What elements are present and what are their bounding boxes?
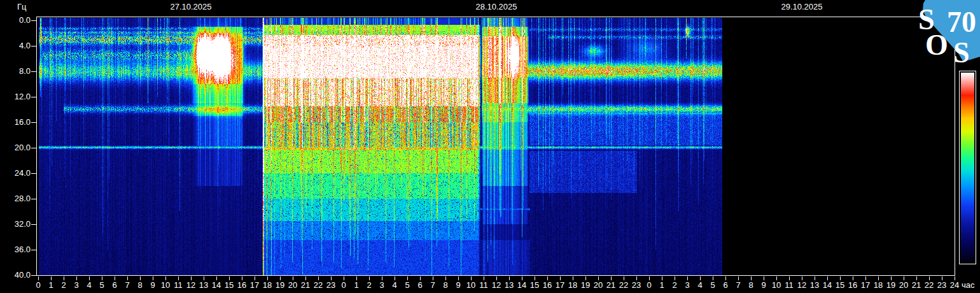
- hour-label: 3: [685, 281, 689, 290]
- hour-label: 18: [568, 281, 577, 290]
- hour-label: 4: [392, 281, 396, 290]
- y-tick-label: 36.0: [8, 245, 31, 254]
- hour-label: 16: [848, 281, 857, 290]
- y-tick: [31, 148, 36, 148]
- hour-label: 1: [354, 281, 358, 290]
- hour-label: 14: [212, 281, 221, 290]
- spectrogram-page: Гц 0.04.08.012.016.020.024.028.032.036.0…: [0, 0, 980, 293]
- hour-label: 11: [785, 281, 794, 290]
- y-tick: [31, 199, 36, 199]
- hour-label: 3: [379, 281, 384, 290]
- hour-label: 15: [530, 281, 539, 290]
- hour-label: 2: [672, 281, 676, 290]
- y-tick: [31, 275, 36, 276]
- hour-label: 11: [174, 281, 183, 290]
- hour-label: 9: [150, 281, 155, 290]
- hour-label: 20: [899, 281, 908, 290]
- y-axis-unit-label: Гц: [17, 3, 27, 11]
- hour-label: 15: [836, 281, 844, 290]
- hour-label: 13: [199, 281, 208, 290]
- hour-label: 11: [479, 281, 488, 290]
- y-tick: [31, 97, 36, 97]
- hour-label: 24: [950, 281, 959, 290]
- hour-label: 10: [772, 281, 781, 290]
- date-label: 28.10.2025: [475, 3, 517, 11]
- logo-letter-s2: S: [953, 36, 970, 64]
- hour-label: 19: [886, 281, 895, 290]
- hour-label: 10: [161, 281, 170, 290]
- hour-label: 18: [263, 281, 272, 290]
- hour-label: 6: [723, 281, 727, 290]
- hour-label: 1: [48, 281, 53, 290]
- hour-label: 10: [466, 281, 475, 290]
- logo-letter-o: O: [925, 29, 948, 61]
- hour-label: 23: [937, 281, 946, 290]
- hour-label: 2: [61, 281, 66, 290]
- hour-label: 9: [456, 281, 460, 290]
- hour-label: 14: [823, 281, 832, 290]
- hour-label: 7: [125, 281, 129, 290]
- y-tick-label: 12.0: [8, 92, 31, 101]
- hour-label: 19: [581, 281, 590, 290]
- y-tick-label: 0.0: [8, 16, 31, 25]
- hour-label: 19: [276, 281, 284, 290]
- hour-label: 23: [632, 281, 641, 290]
- y-tick: [31, 20, 36, 21]
- hour-label: 0: [36, 281, 40, 290]
- y-tick: [31, 122, 36, 123]
- hour-label: 0: [647, 281, 651, 290]
- sos70-logo: S 70 O S: [916, 0, 980, 64]
- hour-label: 13: [810, 281, 819, 290]
- y-tick: [31, 71, 36, 72]
- colorbar-canvas: [961, 73, 974, 262]
- y-tick-label: 28.0: [8, 194, 31, 203]
- y-tick: [31, 250, 36, 250]
- hour-label: 12: [186, 281, 195, 290]
- hour-label: 8: [748, 281, 753, 290]
- logo-number-70: 70: [947, 6, 976, 38]
- hour-label: 21: [606, 281, 615, 290]
- hour-label: 9: [761, 281, 766, 290]
- hour-label: 5: [405, 281, 409, 290]
- y-tick-label: 24.0: [8, 169, 31, 178]
- hour-label: 22: [619, 281, 628, 290]
- hour-label: 17: [556, 281, 564, 290]
- y-tick-label: 40.0: [8, 271, 31, 280]
- hour-label: 7: [736, 281, 740, 290]
- y-tick-label: 16.0: [8, 118, 31, 127]
- y-tick-label: 20.0: [8, 143, 31, 152]
- hour-label: 21: [912, 281, 921, 290]
- hour-label: 0: [341, 281, 346, 290]
- hour-label: 16: [543, 281, 552, 290]
- hour-label: 14: [517, 281, 526, 290]
- hour-label: 12: [797, 281, 806, 290]
- hour-label: 8: [443, 281, 447, 290]
- hour-label: 3: [74, 281, 78, 290]
- y-tick: [31, 224, 36, 225]
- x-axis-unit-label: час: [962, 281, 975, 290]
- hour-label: 6: [417, 281, 422, 290]
- hour-label: 23: [326, 281, 335, 290]
- y-tick: [31, 173, 36, 174]
- date-label: 27.10.2025: [170, 3, 211, 11]
- hour-label: 13: [505, 281, 514, 290]
- y-tick: [31, 46, 36, 46]
- date-label: 29.10.2025: [781, 3, 822, 11]
- hour-label: 2: [367, 281, 371, 290]
- hour-label: 21: [301, 281, 310, 290]
- y-tick-label: 32.0: [8, 220, 31, 229]
- hour-label: 17: [250, 281, 259, 290]
- hour-label: 12: [492, 281, 501, 290]
- hour-label: 20: [288, 281, 297, 290]
- hour-label: 4: [697, 281, 702, 290]
- y-tick-label: 4.0: [8, 41, 31, 50]
- hour-label: 22: [925, 281, 934, 290]
- hour-label: 5: [99, 281, 104, 290]
- hour-label: 15: [225, 281, 234, 290]
- hour-label: 1: [659, 281, 664, 290]
- hour-label: 18: [874, 281, 883, 290]
- hour-label: 22: [314, 281, 323, 290]
- hour-label: 17: [861, 281, 870, 290]
- hour-label: 16: [237, 281, 246, 290]
- hour-label: 20: [594, 281, 603, 290]
